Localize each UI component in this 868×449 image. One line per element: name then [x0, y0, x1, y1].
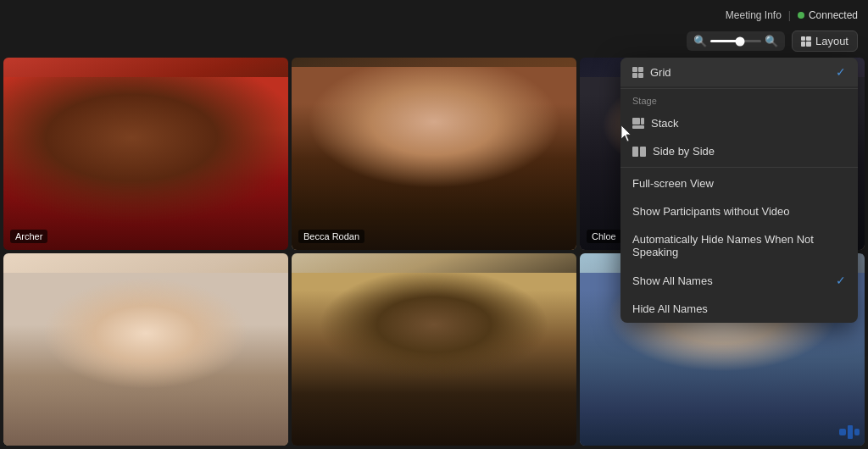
connected-label: Connected [809, 9, 858, 21]
svg-rect-2 [854, 429, 860, 435]
stack-icon [632, 118, 644, 129]
dropdown-item-stack-left: Stack [632, 117, 679, 130]
person-becca [292, 67, 576, 250]
connection-status: Connected [798, 9, 858, 21]
dropdown-item-sidebyside[interactable]: Side by Side [620, 137, 858, 165]
dropdown-item-show-no-video[interactable]: Show Participants without Video [620, 197, 858, 225]
dropdown-item-grid-left: Grid [632, 66, 671, 79]
name-tag-becca: Becca Rodan [298, 230, 364, 243]
zoom-slider[interactable] [710, 40, 761, 42]
dropdown-item-sbs-left: Side by Side [632, 145, 715, 158]
top-bar: Meeting Info | Connected [0, 0, 868, 30]
layout-label: Layout [815, 35, 849, 47]
stage-section-label: Stage [620, 91, 858, 109]
zoom-thumb[interactable] [735, 36, 744, 46]
connection-dot [798, 12, 804, 19]
layout-button[interactable]: Layout [792, 30, 858, 52]
separator: | [788, 9, 791, 21]
dropdown-item-hide-all-names[interactable]: Hide All Names [620, 295, 858, 323]
grid-label: Grid [650, 66, 671, 79]
video-cell-bottom-left [3, 253, 288, 446]
stack-label: Stack [651, 117, 679, 130]
auto-hide-label: Automatically Hide Names When Not Speaki… [632, 233, 846, 258]
meeting-info-button[interactable]: Meeting Info [726, 9, 782, 21]
svg-rect-1 [848, 425, 853, 439]
layout-icon [801, 36, 811, 47]
video-cell-becca: Becca Rodan [292, 58, 576, 250]
layout-dropdown: Grid ✓ Stage Stack Side by Side [620, 58, 858, 323]
name-tag-archer: Archer [10, 230, 47, 243]
name-tag-chloe: Chloe [587, 230, 621, 243]
zoom-in-icon[interactable]: 🔍 [765, 35, 778, 47]
fullscreen-label: Full-screen View [632, 177, 714, 190]
dropdown-item-auto-hide[interactable]: Automatically Hide Names When Not Speaki… [620, 225, 858, 266]
side-by-side-label: Side by Side [653, 145, 715, 158]
show-all-names-check: ✓ [836, 274, 846, 287]
show-no-video-label: Show Participants without Video [632, 205, 789, 218]
watermark [839, 425, 860, 442]
show-all-names-label: Show All Names [632, 274, 713, 287]
dropdown-item-stack[interactable]: Stack [620, 109, 858, 137]
grid-icon [632, 67, 643, 78]
svg-rect-0 [839, 429, 846, 435]
side-by-side-icon [632, 147, 646, 157]
dropdown-item-grid[interactable]: Grid ✓ [620, 58, 858, 86]
zoom-out-icon[interactable]: 🔍 [693, 35, 707, 47]
dropdown-item-show-all-names[interactable]: Show All Names ✓ [620, 266, 858, 295]
hide-all-names-label: Hide All Names [632, 302, 708, 315]
grid-check-icon: ✓ [836, 65, 846, 79]
person-bm [292, 273, 576, 446]
divider-2 [620, 167, 858, 168]
divider-1 [620, 88, 858, 89]
video-cell-bottom-mid [292, 253, 576, 446]
dropdown-item-fullscreen[interactable]: Full-screen View [620, 169, 858, 197]
show-all-names-left: Show All Names [632, 274, 713, 287]
video-cell-archer: Archer [3, 58, 288, 250]
person-bl [3, 273, 288, 446]
person-archer [3, 77, 288, 250]
controls-bar: 🔍 🔍 Layout [687, 30, 858, 52]
zoom-control[interactable]: 🔍 🔍 [687, 31, 785, 51]
